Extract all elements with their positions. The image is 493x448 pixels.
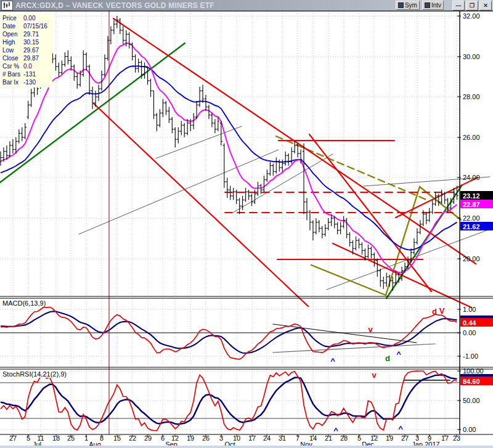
stoch-pane-label: StochRSI(14,21(2),9) [1, 370, 68, 378]
data-box-row: Date07/15/16 [2, 22, 52, 30]
data-box-label: # Bars [2, 70, 23, 78]
mini-candles-icon [3, 2, 11, 9]
data-box-label: Price [2, 14, 23, 22]
minimize-button[interactable]: — [452, 1, 465, 10]
x-axis-day-label: 12 [370, 434, 378, 442]
x-axis-day-label: 24 [263, 434, 271, 442]
data-box-value: 0.0 [23, 62, 52, 70]
x-axis-day-label: 31 [279, 434, 286, 442]
x-axis-day-label: 8 [100, 434, 104, 442]
data-box-row: Price0.00 [2, 14, 52, 22]
x-axis-day-label: 27 [9, 434, 17, 442]
macd-axis-label: -1.00 [463, 352, 478, 360]
x-axis-day-label: 18 [52, 434, 60, 442]
chart-canvas[interactable]: ^d^vdV^^v32.0030.0028.0026.0024.0022.002… [0, 0, 493, 448]
signal-marker: d [432, 307, 437, 316]
x-axis-day-label: 10 [233, 434, 240, 442]
x-axis-day-label: 27 [401, 434, 409, 442]
sym-button-icon [398, 2, 404, 8]
intv-button-label: Intv [431, 2, 441, 9]
data-box-row: # Bars-131 [2, 70, 52, 78]
restore-button[interactable]: ❐ [466, 1, 478, 10]
price-axis-label: 30.00 [463, 53, 480, 60]
x-axis-day-label: 14 [309, 434, 317, 442]
signal-marker: v [372, 370, 377, 380]
crosshair-data-box: Price0.00Date07/15/16Open29.71High30.15L… [1, 14, 52, 88]
x-axis-day-label: 23 [453, 434, 460, 442]
signal-marker: V [439, 306, 445, 316]
last-price-box-text: 23.12 [463, 192, 480, 200]
macd-value-box-text: 0.44 [463, 319, 476, 327]
x-axis-day-label: 19 [386, 434, 393, 442]
sym-button-label: Sym [405, 2, 417, 9]
data-box-row: Csr %0.0 [2, 62, 52, 70]
x-axis-day-label: 3 [219, 434, 223, 442]
x-axis-day-label: 26 [202, 434, 210, 442]
window-title: ARCX:GDX,D – VANECK VECTORS GOLD MINERS … [15, 1, 393, 10]
fast-ma-value-box-text: 22.87 [463, 201, 480, 208]
signal-marker: ^ [396, 349, 401, 359]
price-chart-svg[interactable]: ^d^vdV^^v32.0030.0028.0026.0024.0022.002… [0, 0, 493, 448]
data-box-label: Date [2, 22, 23, 30]
stoch-axis-label: 50.00 [463, 397, 480, 404]
stoch-value-box-text: 84.60 [463, 378, 480, 385]
x-axis-day-label: 17 [441, 434, 449, 442]
price-axis-label: 24.00 [463, 174, 480, 181]
signal-marker: ^ [398, 424, 403, 433]
signal-marker: d [385, 354, 390, 363]
data-box-label: Bar Ix [2, 78, 23, 86]
macd-axis-label: 1.00 [463, 306, 476, 313]
data-box-value: 0.00 [23, 14, 52, 22]
slow-ma-value-box-text: 21.62 [463, 223, 480, 230]
price-axis-label: 22.00 [463, 214, 480, 222]
x-axis-day-label: 29 [144, 434, 152, 442]
x-axis-day-label: 22 [129, 434, 136, 442]
data-box-value: 30.15 [23, 38, 52, 46]
macd-axis-label: 0.00 [463, 329, 476, 336]
data-box-value: -130 [23, 78, 52, 86]
intv-button[interactable]: Intv [422, 1, 444, 10]
x-axis-day-label: 11 [37, 434, 44, 442]
price-axis-label: 28.00 [463, 93, 480, 100]
x-axis-day-label: 28 [340, 434, 348, 442]
signal-marker: ^ [330, 356, 335, 365]
x-axis-day-label: 17 [248, 434, 256, 442]
sym-button[interactable]: Sym [396, 1, 420, 10]
x-axis-day-label: 1 [84, 434, 88, 442]
data-box-value: 07/15/16 [23, 22, 52, 30]
data-box-value: 29.87 [23, 54, 52, 62]
data-box-label: High [2, 38, 23, 46]
x-axis-day-label: 5 [357, 434, 361, 442]
data-box-value: 29.67 [23, 46, 52, 54]
intv-button-icon [425, 2, 430, 8]
data-box-row: Close29.87 [2, 54, 52, 62]
window-controls: — ❐ ✕ [452, 1, 492, 10]
data-box-row: High30.15 [2, 38, 52, 46]
x-axis-day-label: 19 [187, 434, 194, 442]
price-axis-label: 32.00 [463, 12, 480, 20]
x-axis-day-label: 5 [26, 434, 30, 442]
data-box-value: -131 [23, 70, 52, 78]
chart-app-icon [1, 1, 13, 10]
window-titlebar[interactable]: ARCX:GDX,D – VANECK VECTORS GOLD MINERS … [0, 0, 493, 11]
x-axis-day-label: 12 [171, 434, 179, 442]
data-box-row: Low29.67 [2, 46, 52, 54]
price-axis-label: 26.00 [463, 134, 480, 141]
data-box-label: Close [2, 54, 23, 62]
signal-marker: v [368, 325, 373, 334]
price-axis-label: 20.00 [463, 255, 480, 263]
signal-marker: ^ [333, 426, 338, 435]
data-box-value: 29.71 [23, 30, 52, 38]
macd-pane-label: MACD(6,13,9) [1, 299, 47, 307]
x-axis-day-label: 9 [428, 434, 431, 442]
stoch-axis-label: 100.00 [463, 367, 484, 375]
x-axis-day-label: 25 [67, 434, 75, 442]
data-box-label: Low [2, 46, 23, 54]
stoch-axis-label: 0.00 [463, 426, 476, 433]
window-bottom-edge [0, 446, 493, 448]
data-box-row: Open29.71 [2, 30, 52, 38]
close-button[interactable]: ✕ [479, 1, 492, 10]
data-box-row: Bar Ix-130 [2, 78, 52, 86]
x-axis-day-label: 15 [113, 434, 121, 442]
data-box-label: Csr % [2, 62, 23, 70]
